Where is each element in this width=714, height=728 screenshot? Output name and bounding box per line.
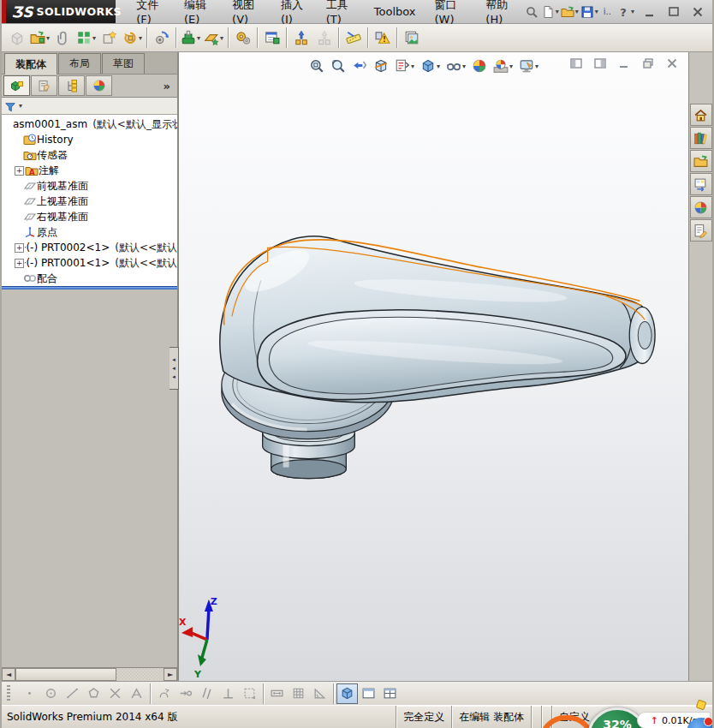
propertymanager-button[interactable] — [31, 75, 57, 96]
apply-scene-button[interactable]: ▾ — [491, 56, 515, 76]
make-perpendicular-button[interactable] — [217, 683, 239, 704]
sketch-circle-button[interactable] — [40, 683, 62, 704]
tree-item-front-plane[interactable]: 前视基准面 — [2, 178, 177, 194]
taskpane-appearances-scenes-button[interactable] — [690, 196, 712, 218]
menu-help[interactable]: 帮助(H) — [477, 0, 524, 28]
tree-item-right-plane[interactable]: 右视基准面 — [2, 209, 177, 224]
save-document-button[interactable]: ▾ — [580, 3, 599, 21]
split-pane-left-button[interactable] — [567, 56, 586, 71]
scroll-right-arrow-icon[interactable]: ► — [164, 668, 177, 681]
menu-window[interactable]: 窗口(W) — [426, 0, 476, 28]
help-button[interactable]: ?▾ — [616, 3, 635, 21]
tree-filter-row[interactable]: ▾ — [2, 98, 177, 115]
taskpane-custom-properties-button[interactable] — [690, 219, 712, 242]
display-relations-button[interactable] — [175, 683, 196, 704]
tree-item-history[interactable]: History — [2, 132, 177, 147]
edit-appearance-button[interactable] — [470, 56, 489, 76]
zoom-to-fit-button[interactable] — [307, 56, 326, 76]
view-cube-button[interactable] — [336, 683, 358, 704]
scrollbar-thumb[interactable] — [15, 668, 116, 681]
open-document-button[interactable]: ▾ — [560, 3, 580, 21]
custom-properties-icon — [693, 224, 708, 238]
assembly-features-button[interactable]: ▾ — [179, 27, 202, 50]
search-icon[interactable] — [525, 5, 538, 19]
show-hidden-components-button[interactable] — [150, 27, 173, 50]
doc-restore-button[interactable] — [639, 56, 657, 71]
four-viewports-button[interactable] — [379, 683, 401, 704]
manager-tabs-overflow[interactable]: » — [164, 80, 170, 92]
menu-insert[interactable]: 插入(I) — [272, 0, 316, 28]
smart-dimension-button[interactable] — [266, 683, 288, 704]
section-view-button[interactable] — [372, 56, 390, 76]
sketch-trim-button[interactable] — [104, 683, 126, 704]
new-document-button[interactable]: ▾ — [540, 3, 560, 21]
configurationmanager-button[interactable] — [58, 75, 85, 96]
graphics-viewport[interactable]: Z X Y ▾▾▾▾▾ — [179, 52, 688, 681]
taskpane-design-library-button[interactable] — [690, 127, 712, 149]
taskpane-solidworks-resources-button[interactable] — [690, 104, 712, 126]
menu-file[interactable]: 文件(F) — [128, 0, 174, 28]
expander-icon[interactable]: + — [15, 243, 24, 253]
select-group-button[interactable] — [239, 683, 260, 704]
sketch-line-button[interactable] — [62, 683, 83, 704]
reference-geometry-button[interactable]: ▾ — [202, 27, 225, 50]
component-pattern-button[interactable]: ▾ — [74, 27, 98, 50]
angle-snap-button[interactable] — [309, 683, 330, 704]
tree-item-annotations[interactable]: +A注解 — [2, 163, 177, 178]
previous-view-button[interactable] — [350, 56, 369, 76]
tree-item-part-prt0001[interactable]: +(-) PRT0001<1>(默认<<默认 — [2, 255, 177, 271]
tree-item-top-plane[interactable]: 上视基准面 — [2, 194, 177, 209]
tab-assembly[interactable]: 装配体 — [4, 53, 57, 75]
interference-detection-button[interactable]: ! — [371, 27, 394, 50]
exploded-view-button[interactable] — [289, 27, 312, 50]
display-style-button[interactable]: ▾ — [419, 56, 442, 76]
zoom-to-area-button[interactable] — [329, 56, 348, 76]
measure-button[interactable] — [342, 27, 365, 50]
tree-item-mates[interactable]: 配合 — [2, 271, 177, 286]
doc-minimize-button[interactable] — [615, 56, 634, 71]
close-window-button[interactable] — [687, 3, 709, 21]
menu-toolbox[interactable]: Toolbox — [366, 3, 425, 21]
preview-window-button[interactable] — [400, 27, 423, 50]
view-orientation-button[interactable]: ▾ — [393, 56, 416, 76]
single-viewport-button[interactable] — [358, 683, 379, 704]
open-part-button[interactable]: ▾ — [28, 27, 51, 50]
minimize-window-button[interactable] — [639, 3, 661, 21]
doc-close-button[interactable] — [663, 56, 681, 71]
hide-show-items-button[interactable]: ▾ — [444, 56, 467, 76]
split-pane-right-button[interactable] — [591, 56, 610, 71]
menu-view[interactable]: 视图(V) — [223, 0, 271, 28]
tree-item-part-prt0002[interactable]: +(-) PRT0002<1>(默认<<默认 — [2, 240, 177, 255]
maximize-window-button[interactable] — [663, 3, 685, 21]
menu-tools[interactable]: 工具(T) — [318, 0, 364, 28]
bill-of-materials-button[interactable] — [260, 27, 283, 50]
expander-icon[interactable]: + — [15, 166, 24, 176]
grid-snap-button[interactable] — [288, 683, 309, 704]
menu-edit[interactable]: 编辑(E) — [176, 0, 222, 28]
add-relation-button[interactable] — [153, 683, 175, 704]
scroll-left-arrow-icon[interactable]: ◄ — [2, 668, 15, 681]
taskpane-view-palette-button[interactable] — [690, 173, 712, 195]
mate-button[interactable] — [51, 27, 74, 50]
rotate-component-button[interactable]: ▾ — [121, 27, 144, 50]
tree-item-origin[interactable]: 原点 — [2, 224, 177, 240]
smart-fasteners-button[interactable] — [98, 27, 121, 50]
new-motion-study-button[interactable] — [231, 27, 254, 50]
featuremanager-button[interactable] — [3, 75, 30, 96]
panel-collapse-handle[interactable]: ◂◂◂ — [170, 347, 179, 390]
view-settings-button[interactable]: ▾ — [517, 56, 540, 76]
tree-item-sensors[interactable]: 传感器 — [2, 147, 177, 163]
tab-sketch[interactable]: 草图 — [102, 53, 145, 74]
make-parallel-button[interactable] — [196, 683, 217, 704]
tree-item-assembly-root[interactable]: asm0001_asm(默认<默认_显示状 — [2, 116, 177, 132]
filter-dropdown-arrow[interactable]: ▾ — [19, 102, 22, 110]
sketch-point-button[interactable] — [19, 683, 40, 704]
expander-icon[interactable]: + — [15, 259, 24, 268]
tab-layout[interactable]: 布局 — [58, 53, 101, 74]
toolbar-grip[interactable] — [7, 685, 10, 702]
tree-horizontal-scrollbar[interactable]: ◄ ► — [2, 667, 177, 681]
sketch-chamfer-button[interactable] — [126, 683, 147, 704]
sketch-polygon-button[interactable] — [83, 683, 104, 704]
taskpane-file-explorer-button[interactable] — [690, 150, 712, 172]
displaymanager-button[interactable] — [86, 75, 112, 96]
